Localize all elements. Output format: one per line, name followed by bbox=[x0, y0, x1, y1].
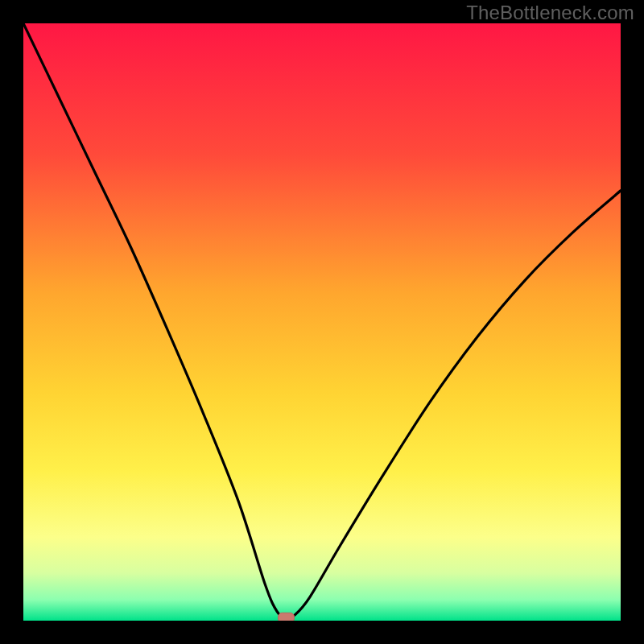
chart-frame: TheBottleneck.com bbox=[0, 0, 644, 644]
plot-area bbox=[23, 23, 621, 621]
watermark-text: TheBottleneck.com bbox=[466, 2, 634, 24]
optimal-point-marker bbox=[278, 613, 294, 621]
chart-svg bbox=[23, 23, 621, 621]
gradient-background bbox=[23, 23, 621, 621]
